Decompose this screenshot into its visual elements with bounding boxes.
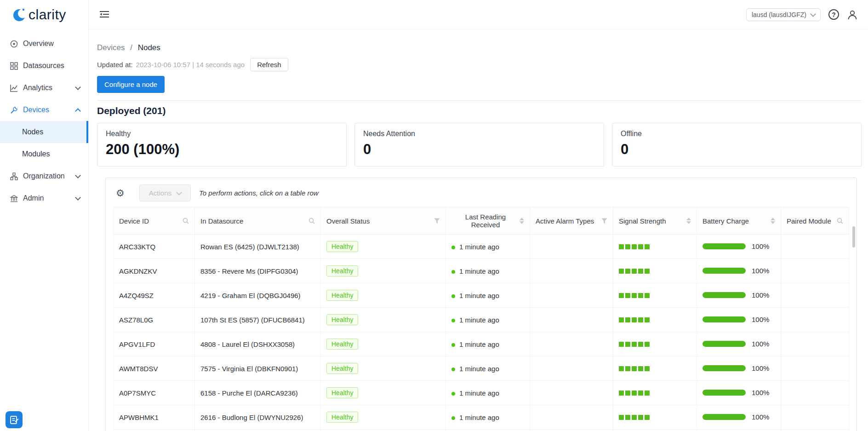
help-icon[interactable]: ? xyxy=(828,9,839,20)
column-header-signal-strength[interactable]: Signal Strength xyxy=(613,212,697,230)
user-icon[interactable] xyxy=(847,9,858,20)
table-settings-button[interactable]: ⚙ xyxy=(113,186,127,201)
column-header-in-datasource[interactable]: In Datasource xyxy=(195,212,320,230)
column-header-paired-module[interactable]: Paired Module xyxy=(781,212,849,230)
column-label: Battery Charge xyxy=(702,217,749,225)
status-cell: Healthy xyxy=(321,283,446,308)
updated-at-label: Updated at: xyxy=(97,61,133,69)
breadcrumb-separator: / xyxy=(130,43,132,52)
sidebar-collapse-button[interactable] xyxy=(100,9,109,20)
sidebar-item-admin[interactable]: Admin xyxy=(0,187,88,209)
refresh-button[interactable]: Refresh xyxy=(250,58,288,71)
stat-value: 0 xyxy=(621,141,853,158)
last-reading-cell: 1 minute ago xyxy=(446,235,530,259)
column-label: Overall Status xyxy=(326,217,370,225)
column-label: Active Alarm Types xyxy=(536,217,594,225)
device-id-cell: ASZ78L0G xyxy=(114,308,195,332)
status-dot xyxy=(451,270,455,274)
last-reading-cell: 1 minute ago xyxy=(446,356,530,381)
status-cell: Healthy xyxy=(321,381,446,405)
column-header-active-alarm-types[interactable]: Active Alarm Types xyxy=(530,212,613,230)
sidebar-item-label: Organization xyxy=(23,172,65,180)
signal-strength-bars xyxy=(619,391,650,396)
stat-card-offline: Offline 0 xyxy=(612,123,862,167)
floating-action-button[interactable] xyxy=(6,411,23,428)
status-dot xyxy=(451,319,455,322)
datasource-cell: 4219 - Graham El (DQBGJ0496) xyxy=(195,283,321,308)
table-row[interactable]: A4ZQ49SZ 4219 - Graham El (DQBGJ0496) He… xyxy=(114,283,849,308)
table-row[interactable]: APWBHMK1 2616 - Budlong El (DWYNU2926) H… xyxy=(114,405,849,430)
signal-cell xyxy=(613,381,697,405)
status-badge: Healthy xyxy=(326,290,358,301)
column-header-device-id[interactable]: Device ID xyxy=(114,212,194,230)
clarity-crescent-icon xyxy=(13,7,27,23)
battery-cell: 100% xyxy=(697,356,781,381)
sidebar-item-organization[interactable]: Organization xyxy=(0,165,88,187)
battery-percent: 100% xyxy=(752,267,769,275)
search-icon[interactable] xyxy=(183,218,189,224)
status-dot xyxy=(451,416,455,420)
actions-dropdown[interactable]: Actions xyxy=(139,184,191,201)
sidebar-item-datasources[interactable]: Datasources xyxy=(0,55,88,77)
status-badge: Healthy xyxy=(326,339,358,350)
sidebar-item-nodes[interactable]: Nodes xyxy=(0,121,88,143)
sorter-icon[interactable] xyxy=(686,218,691,224)
signal-cell xyxy=(613,356,697,381)
sidebar-item-label: Analytics xyxy=(23,84,52,92)
sidebar-item-label: Admin xyxy=(23,194,44,202)
filter-icon[interactable] xyxy=(434,218,440,224)
sidebar-nav: Overview Datasources Analytics xyxy=(0,33,88,209)
battery-bar xyxy=(702,268,746,274)
status-badge: Healthy xyxy=(326,387,358,398)
brand-logo: clarity xyxy=(0,0,88,29)
breadcrumb-devices[interactable]: Devices xyxy=(97,43,125,52)
sidebar-item-label: Modules xyxy=(22,150,50,158)
status-cell: Healthy xyxy=(321,430,446,431)
signal-cell xyxy=(613,259,697,283)
last-reading-text: 1 minute ago xyxy=(459,292,499,299)
search-icon[interactable] xyxy=(837,218,843,224)
table-row[interactable]: AY2RDXBS 7808 - Wilton Pl El (DSQKJ6551)… xyxy=(114,430,849,431)
sidebar-item-label: Overview xyxy=(23,40,54,48)
battery-bar xyxy=(702,365,746,371)
signal-strength-bars xyxy=(619,244,650,249)
table-row[interactable]: APGV1LFD 4808 - Laurel El (DSHXX3058) He… xyxy=(114,332,849,356)
battery-cell: 100% xyxy=(697,259,781,283)
org-selector[interactable]: lausd (lausdIJGFZ) xyxy=(746,8,821,21)
column-header-battery-charge[interactable]: Battery Charge xyxy=(697,212,781,230)
datasource-cell: 7575 - Virginia El (DBKFN0901) xyxy=(195,356,321,381)
paired-module-cell xyxy=(781,259,849,283)
table-row[interactable]: ARC33KTQ Rowan ES (6425) (DJWLT2138) Hea… xyxy=(114,235,849,259)
paired-module-cell xyxy=(781,405,849,430)
sorter-icon[interactable] xyxy=(520,218,524,224)
table-scrollbar-thumb[interactable] xyxy=(852,226,855,247)
battery-cell: 100% xyxy=(697,405,781,430)
sorter-icon[interactable] xyxy=(771,218,775,224)
status-cell: Healthy xyxy=(321,332,446,356)
alarm-types-cell xyxy=(530,381,613,405)
table-row[interactable]: AGKDNZKV 8356 - Revere Ms (DIPFG0304) He… xyxy=(114,259,849,283)
last-reading-text: 1 minute ago xyxy=(459,414,499,421)
column-header-overall-status[interactable]: Overall Status xyxy=(321,212,445,230)
status-badge: Healthy xyxy=(326,363,358,374)
table-row[interactable]: ASZ78L0G 107th St ES (5857) (DFUCB6841) … xyxy=(114,308,849,332)
table-row[interactable]: A0P7SMYC 6158 - Purche El (DARCA9236) He… xyxy=(114,381,849,405)
last-reading-text: 1 minute ago xyxy=(459,316,499,324)
signal-cell xyxy=(613,283,697,308)
signal-strength-bars xyxy=(619,317,650,322)
column-header-last-reading[interactable]: Last Reading Received xyxy=(446,207,530,234)
app-root: clarity Overview Datasources xyxy=(0,0,868,431)
column-label: Last Reading Received xyxy=(451,213,520,229)
actions-hint-text: To perform actions, click on a table row xyxy=(199,189,319,197)
status-cell: Healthy xyxy=(321,259,446,283)
configure-node-button[interactable]: Configure a node xyxy=(97,76,165,93)
sidebar-item-analytics[interactable]: Analytics xyxy=(0,77,88,99)
search-icon[interactable] xyxy=(308,218,315,224)
battery-bar xyxy=(702,243,746,249)
sidebar-item-devices[interactable]: Devices xyxy=(0,99,88,121)
filter-icon[interactable] xyxy=(601,218,607,224)
sidebar-item-overview[interactable]: Overview xyxy=(0,33,88,55)
table-row[interactable]: AWMT8DSV 7575 - Virginia El (DBKFN0901) … xyxy=(114,356,849,381)
sidebar-item-modules[interactable]: Modules xyxy=(0,143,88,165)
paired-module-cell xyxy=(781,381,849,405)
